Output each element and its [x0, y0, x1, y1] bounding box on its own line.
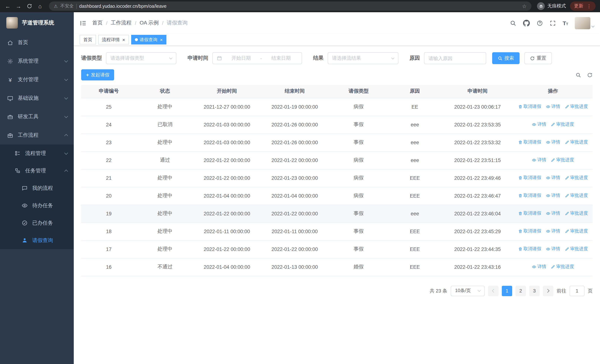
forward-icon[interactable]: →: [15, 3, 22, 9]
action-detail-link[interactable]: 详情: [546, 246, 560, 252]
date-range-picker[interactable]: 开始日期 - 结束日期: [212, 52, 302, 64]
url-text: dashboard.yudao.iocoder.cn/bpm/oa/leave: [79, 3, 167, 9]
close-icon[interactable]: ×: [122, 37, 125, 42]
action-detail-link[interactable]: 详情: [546, 193, 560, 199]
page-size-select[interactable]: 10条/页: [451, 286, 485, 296]
menu-dots-icon[interactable]: ⋮: [587, 3, 591, 9]
reason-input[interactable]: [428, 56, 482, 61]
cell-apply-time: 2022-01-22 23:53:32: [442, 133, 513, 151]
tasks-icon: [14, 168, 21, 174]
search-icon[interactable]: [510, 20, 516, 26]
action-detail-link[interactable]: 详情: [532, 264, 546, 270]
action-progress-link[interactable]: 审批进度: [565, 139, 588, 146]
user-menu[interactable]: [575, 17, 594, 29]
action-cancel-link[interactable]: 取消请假: [518, 193, 541, 199]
github-icon[interactable]: [523, 19, 530, 27]
next-page-button[interactable]: [543, 286, 553, 296]
table-toolbar: + 发起请假: [81, 69, 593, 80]
action-progress-link[interactable]: 审批进度: [565, 246, 588, 252]
help-icon[interactable]: [537, 20, 543, 26]
home-icon: [7, 39, 13, 46]
reset-button[interactable]: 重置: [525, 52, 552, 64]
sidebar-item-payment[interactable]: ¥ 支付管理: [0, 70, 74, 89]
page-button[interactable]: 2: [516, 286, 526, 296]
goto-page-input[interactable]: [570, 286, 584, 296]
breadcrumb-item[interactable]: 首页: [92, 20, 103, 26]
action-detail-link[interactable]: 详情: [546, 104, 560, 110]
logo[interactable]: 芋道管理系统: [0, 12, 74, 33]
action-detail-link[interactable]: 详情: [546, 210, 560, 217]
cell-actions: 取消请假详情审批进度: [513, 98, 593, 116]
sidebar-item-workflow[interactable]: 工作流程: [0, 126, 74, 145]
action-progress-link[interactable]: 审批进度: [565, 175, 588, 181]
breadcrumb-item[interactable]: 工作流程: [111, 20, 131, 26]
action-cancel-link[interactable]: 取消请假: [518, 104, 541, 110]
cell-id: 20: [81, 187, 136, 205]
filter-bar: 请假类型 请选择请假类型 申请时间 开始日期 - 结束日期 结果: [81, 52, 593, 64]
page-button[interactable]: 1: [502, 286, 512, 296]
action-detail-link[interactable]: 详情: [546, 175, 560, 181]
cell-end-time: 2022-01-22 00:00:00: [260, 205, 329, 222]
reload-icon[interactable]: [26, 3, 33, 9]
sidebar-item-task-mgmt[interactable]: 任务管理: [0, 162, 74, 179]
sidebar-item-home[interactable]: 首页: [0, 33, 74, 52]
action-progress-link[interactable]: 审批进度: [551, 264, 574, 270]
tab[interactable]: 请假查询×: [131, 35, 166, 45]
action-detail-link[interactable]: 详情: [532, 157, 546, 163]
prev-page-button[interactable]: [488, 286, 498, 296]
action-progress-link[interactable]: 审批进度: [565, 193, 588, 199]
sidebar-item-process-mgmt[interactable]: 流程管理: [0, 145, 74, 162]
sidebar-item-done-tasks[interactable]: 已办任务: [0, 214, 74, 232]
table-row: 16不通过2022-01-04 00:00:002022-01-13 00:00…: [81, 258, 593, 276]
search-button[interactable]: 搜索: [492, 52, 520, 64]
bookmark-star-icon[interactable]: ☆: [522, 3, 527, 9]
tab[interactable]: 首页: [80, 35, 96, 45]
page-button[interactable]: 3: [529, 286, 540, 296]
browser-chrome: ← → ⌂ ⚠ 不安全 dashboard.yudao.iocoder.cn/b…: [0, 0, 600, 12]
create-leave-button[interactable]: + 发起请假: [81, 69, 114, 80]
toggle-search-icon[interactable]: [576, 72, 581, 78]
breadcrumb-item[interactable]: OA 示例: [140, 20, 159, 26]
cell-id: 23: [81, 133, 136, 151]
action-cancel-link[interactable]: 取消请假: [518, 210, 541, 217]
tab[interactable]: 流程详情×: [98, 35, 129, 45]
table-row: 19处理中2022-01-22 00:00:002022-01-22 00:00…: [81, 205, 593, 222]
action-progress-link[interactable]: 审批进度: [565, 210, 588, 217]
sidebar-item-label: 待办任务: [32, 202, 67, 209]
home-icon[interactable]: ⌂: [37, 3, 43, 9]
cell-reason: eee: [388, 151, 442, 169]
update-button[interactable]: 更新 ⋮: [570, 1, 596, 11]
action-progress-link[interactable]: 审批进度: [551, 157, 574, 163]
action-cancel-link[interactable]: 取消请假: [518, 246, 541, 252]
action-cancel-link[interactable]: 取消请假: [518, 228, 541, 234]
font-size-icon[interactable]: TT: [563, 20, 568, 26]
sidebar-item-todo-tasks[interactable]: 待办任务: [0, 197, 74, 214]
fullscreen-icon[interactable]: [550, 20, 556, 26]
cell-end-time: 2022-01-23 00:00:00: [260, 169, 329, 187]
url-bar[interactable]: ⚠ 不安全 dashboard.yudao.iocoder.cn/bpm/oa/…: [49, 1, 531, 11]
cell-status: 处理中: [136, 169, 194, 187]
refresh-table-icon[interactable]: [587, 72, 593, 78]
sidebar-item-infra[interactable]: 基础设施: [0, 89, 74, 107]
chevron-down-icon: [591, 24, 595, 28]
action-progress-link[interactable]: 审批进度: [551, 121, 574, 128]
action-cancel-link[interactable]: 取消请假: [518, 139, 541, 146]
sidebar-collapse-icon[interactable]: [80, 19, 87, 27]
cell-leave-type: 事假: [329, 240, 388, 258]
sidebar-item-leave-query[interactable]: 请假查询: [0, 232, 74, 249]
action-detail-link[interactable]: 详情: [532, 121, 546, 128]
action-progress-link[interactable]: 审批进度: [565, 228, 588, 234]
action-label: 详情: [551, 246, 560, 252]
action-progress-link[interactable]: 审批进度: [565, 104, 588, 110]
close-icon[interactable]: ×: [160, 37, 163, 42]
action-detail-link[interactable]: 详情: [546, 139, 560, 146]
result-select[interactable]: 请选择流结果: [328, 52, 398, 64]
action-label: 审批进度: [570, 228, 588, 234]
action-detail-link[interactable]: 详情: [546, 228, 560, 234]
sidebar-item-my-process[interactable]: 我的流程: [0, 179, 74, 197]
leave-type-select[interactable]: 请选择请假类型: [106, 52, 176, 64]
action-cancel-link[interactable]: 取消请假: [518, 175, 541, 181]
back-icon[interactable]: ←: [4, 3, 11, 9]
sidebar-item-system[interactable]: 系统管理: [0, 52, 74, 70]
sidebar-item-devtools[interactable]: 研发工具: [0, 107, 74, 126]
